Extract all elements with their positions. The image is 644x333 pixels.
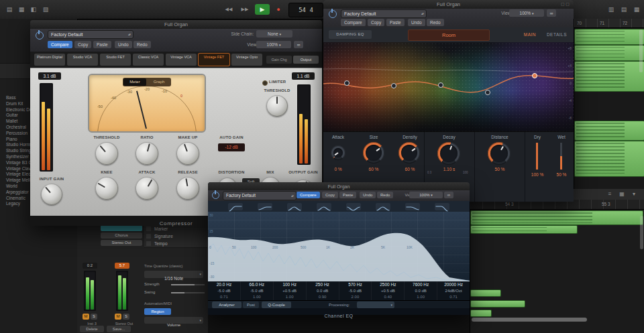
swing-slider[interactable] — [171, 292, 205, 293]
copy-button[interactable]: Copy — [368, 19, 384, 26]
browser-icon[interactable]: ▦ — [631, 4, 642, 15]
copy-button[interactable]: Copy — [322, 192, 338, 198]
band-gain[interactable]: +0.5 dB — [372, 288, 404, 294]
midi-region[interactable] — [470, 289, 501, 297]
size-knob[interactable] — [363, 142, 384, 163]
band-column[interactable]: 7600 Hz0.0 dB1.00 — [404, 281, 437, 300]
preset-arrows-icon[interactable]: ▴▾ — [291, 192, 293, 200]
view-menu[interactable]: 100% ▾ — [509, 9, 544, 17]
solo-button[interactable]: S — [91, 314, 97, 320]
circuit-type-button[interactable]: Studio VCA — [67, 54, 98, 66]
band-gain[interactable]: -5.0 dB — [208, 288, 240, 294]
eq-band-2-button[interactable] — [258, 203, 272, 210]
paste-button[interactable]: Paste — [339, 192, 356, 198]
tab-details[interactable]: DETAILS — [547, 32, 567, 37]
band-gain[interactable]: -5.0 dB — [241, 288, 273, 294]
power-icon[interactable] — [212, 192, 219, 199]
play-button[interactable]: ▶ — [255, 4, 270, 15]
paste-button[interactable]: Paste — [93, 41, 111, 48]
horizontal-scrollbar[interactable] — [472, 318, 587, 322]
output-value[interactable]: 1.1 dB — [292, 72, 315, 80]
preset-menu[interactable]: Factory Default▴▾ — [223, 191, 297, 200]
preset-arrows-icon[interactable]: ▴▾ — [421, 10, 423, 17]
midi-region[interactable] — [574, 141, 644, 177]
channel-eq-window[interactable]: Full Organ Factory Default▴▾ Compare Cop… — [208, 182, 470, 315]
band-gain[interactable]: 24dB/Oct — [437, 288, 470, 294]
input-gain-knob[interactable] — [41, 184, 62, 205]
band-column[interactable]: 570 Hz-5.0 dB2.00 — [339, 281, 372, 300]
limiter-led[interactable] — [262, 80, 268, 86]
band-column[interactable]: 20.0 Hz-5.0 dB0.71 — [208, 281, 240, 300]
insert-slot[interactable] — [101, 225, 142, 231]
forward-button[interactable]: ▶▶ — [237, 4, 252, 15]
rewind-button[interactable]: ◀◀ — [221, 4, 236, 15]
copy-button[interactable]: Copy — [74, 41, 91, 48]
library-toggle-icon[interactable]: ▤ — [4, 4, 15, 15]
band-gain[interactable]: 0.0 dB — [405, 288, 437, 294]
link-icon[interactable]: ∞ — [294, 41, 303, 48]
band-frequency[interactable]: 66.0 Hz — [241, 281, 273, 288]
editors-toggle-icon[interactable]: ▧ — [40, 4, 51, 15]
mute-button[interactable]: M — [115, 314, 121, 320]
meter-source-gain-button[interactable]: Gain Chg — [266, 56, 292, 64]
graph-tab[interactable]: Graph — [148, 78, 170, 86]
eq-band-1-button[interactable] — [228, 203, 243, 210]
band-gain[interactable]: -5.0 dB — [339, 288, 372, 294]
quantize-select[interactable]: 1/16 Note ▾ — [144, 271, 203, 278]
window-buttons-icon[interactable]: ▢ ▢ — [561, 1, 570, 6]
damping-eq-button[interactable]: DAMPING EQ — [329, 30, 372, 39]
insert-slot[interactable]: Chorus — [101, 232, 142, 239]
mute-button[interactable]: M — [83, 314, 89, 320]
side-chain-menu[interactable]: None ▾ — [256, 30, 292, 38]
analyzer-mode-menu[interactable]: Post — [243, 302, 259, 308]
compare-button[interactable]: Compare — [341, 19, 366, 26]
density-knob[interactable] — [398, 142, 420, 163]
fader-value[interactable]: 0.2 — [83, 263, 97, 269]
preset-menu[interactable]: Factory Default▴▾ — [341, 9, 427, 18]
undo-button[interactable]: Undo — [360, 192, 376, 198]
processing-menu[interactable]: Stereo ▾ — [357, 302, 394, 308]
threshold-knob[interactable] — [95, 142, 118, 165]
fader-value[interactable]: 5.7 — [115, 263, 129, 269]
release-knob[interactable] — [176, 177, 199, 200]
band-q[interactable]: 0.71 — [208, 294, 240, 300]
eq-curve[interactable] — [208, 212, 470, 281]
midi-region[interactable] — [574, 61, 644, 92]
circuit-type-button[interactable]: Studio FET — [100, 54, 131, 66]
auto-gain-value[interactable]: -12 dB — [218, 143, 245, 151]
window-title[interactable]: Full Organ — [323, 0, 574, 9]
link-icon[interactable]: ∞ — [444, 192, 453, 198]
attack-knob[interactable] — [136, 177, 158, 200]
eq-band-4-button[interactable] — [317, 203, 331, 210]
circuit-type-button[interactable]: Platinum Digital — [34, 54, 65, 66]
chromaverb-window[interactable]: Full Organ ▢ ▢ Factory Default▴▾ View: 1… — [323, 0, 574, 201]
band-frequency[interactable]: 570 Hz — [339, 281, 372, 288]
band-column[interactable]: 2500 Hz+0.5 dB0.40 — [371, 281, 404, 300]
circuit-type-button[interactable]: Vintage Opto — [231, 54, 262, 66]
meter-source-output-button[interactable]: Output — [293, 56, 319, 64]
eq-band-7-button[interactable] — [405, 203, 420, 210]
midi-region[interactable] — [470, 310, 492, 317]
tab-main[interactable]: MAIN — [524, 32, 536, 37]
view-menu[interactable]: 100% ▾ — [256, 41, 291, 48]
redo-button[interactable]: Redo — [377, 192, 393, 198]
bar-ruler[interactable]: 70 71 72 — [574, 19, 644, 28]
undo-button[interactable]: Undo — [408, 19, 425, 26]
band-gain[interactable]: 0.0 dB — [307, 288, 339, 294]
automation-param-select[interactable]: Volume ▾ — [144, 317, 203, 324]
save-button[interactable]: Save... — [107, 326, 131, 332]
analyzer-button[interactable]: Analyzer — [212, 302, 241, 308]
decay-knob[interactable] — [437, 142, 460, 165]
compare-button[interactable]: Compare — [297, 192, 320, 198]
global-track-tempo[interactable]: Tempo — [144, 240, 207, 248]
band-gain[interactable]: +0.5 dB — [274, 288, 306, 294]
power-icon[interactable] — [36, 31, 44, 40]
output-slot[interactable]: Stereo Out — [101, 240, 142, 246]
band-column[interactable]: 66.0 Hz-5.0 dB1.00 — [240, 281, 273, 300]
preset-arrows-icon[interactable]: ▴▾ — [128, 31, 130, 38]
reverb-visualizer[interactable]: +8 +4 0 -4 -8 — [323, 42, 574, 131]
limiter-threshold-knob[interactable] — [266, 95, 288, 117]
band-column[interactable]: 100 Hz+0.5 dB1.00 — [273, 281, 306, 300]
circuit-type-button-active[interactable]: Vintage FET — [199, 54, 229, 66]
wet-slider[interactable] — [560, 143, 562, 170]
